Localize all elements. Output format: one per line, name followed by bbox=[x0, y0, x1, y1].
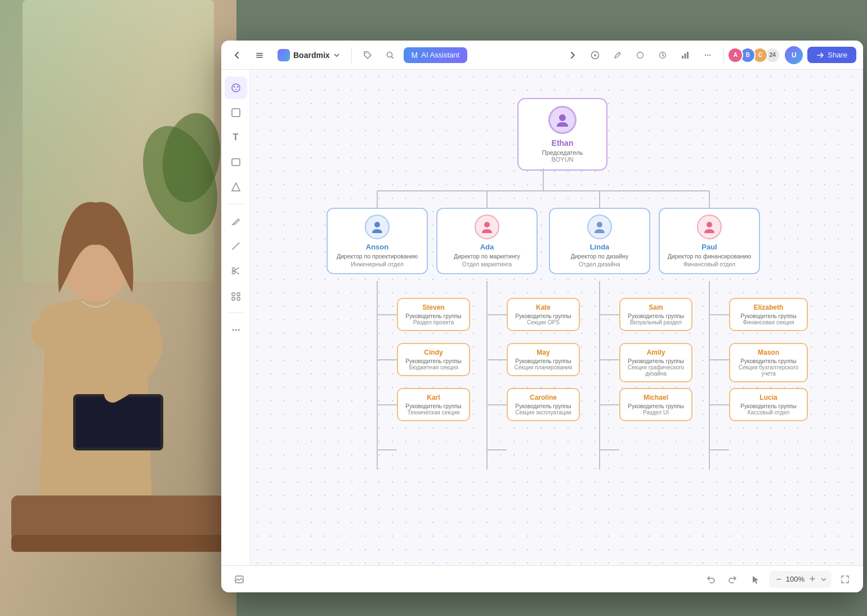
ai-assistant-button[interactable]: M AI Assistant bbox=[404, 47, 468, 63]
svg-point-41 bbox=[559, 114, 566, 121]
canvas-area[interactable]: Ethan Председатель BOYUN bbox=[251, 70, 863, 565]
zoom-dropdown-icon bbox=[820, 576, 827, 583]
undo-button[interactable] bbox=[701, 570, 719, 588]
mason-node[interactable]: Mason Руководитель группы Секция бухгалт… bbox=[729, 343, 808, 382]
main-content: T bbox=[221, 70, 863, 565]
dropdown-icon bbox=[333, 52, 340, 59]
svg-rect-30 bbox=[232, 109, 240, 117]
org-chart-container: Ethan Председатель BOYUN bbox=[267, 81, 857, 560]
play-button[interactable] bbox=[586, 46, 604, 64]
root-node[interactable]: Ethan Председатель BOYUN bbox=[517, 98, 607, 171]
bottom-left-controls bbox=[230, 570, 248, 588]
svg-point-40 bbox=[238, 329, 239, 331]
back-button[interactable] bbox=[228, 46, 246, 64]
svg-point-39 bbox=[235, 329, 236, 331]
anson-node[interactable]: Anson Директор по проектированию Инженер… bbox=[327, 208, 428, 274]
my-avatar[interactable]: U bbox=[785, 46, 803, 64]
logo-icon bbox=[278, 49, 290, 61]
sidebar-item-sticky[interactable] bbox=[225, 151, 247, 173]
redo-button[interactable] bbox=[724, 570, 742, 588]
forward-button[interactable] bbox=[564, 46, 582, 64]
cursor-tool-button[interactable] bbox=[747, 570, 765, 588]
caroline-node[interactable]: Caroline Руководитель группы Секция эксп… bbox=[507, 388, 580, 421]
svg-point-74 bbox=[597, 222, 602, 227]
sidebar-item-shape[interactable] bbox=[225, 176, 247, 198]
svg-point-29 bbox=[235, 89, 236, 91]
more-options-button[interactable] bbox=[699, 46, 717, 64]
brand-logo[interactable]: Boardmix bbox=[273, 47, 345, 64]
image-export-button[interactable] bbox=[230, 570, 248, 588]
person-illustration bbox=[0, 0, 236, 616]
ada-node[interactable]: Ada Директор по маркетингу Отдел маркети… bbox=[436, 208, 538, 274]
steven-node[interactable]: Steven Руководитель группы Раздел проект… bbox=[397, 298, 470, 331]
svg-point-28 bbox=[236, 86, 238, 88]
svg-point-27 bbox=[233, 86, 235, 88]
svg-point-6 bbox=[31, 313, 82, 352]
paul-node[interactable]: Paul Директор по финансированию Финансов… bbox=[659, 208, 760, 274]
karl-node[interactable]: Karl Руководитель группы Техническая сек… bbox=[397, 388, 470, 421]
toolbar-right: A B C 24 U Share bbox=[564, 46, 856, 64]
zoom-out-button[interactable]: − bbox=[774, 573, 783, 586]
svg-rect-31 bbox=[232, 159, 240, 166]
sidebar-item-connector[interactable] bbox=[225, 235, 247, 257]
lucia-node[interactable]: Lucia Руководитель группы Кассовый отдел bbox=[729, 388, 808, 421]
sidebar-item-text[interactable]: T bbox=[225, 126, 247, 149]
sidebar-item-more[interactable] bbox=[225, 319, 247, 341]
app-window: Boardmix M AI Assistant bbox=[221, 41, 863, 592]
sidebar-item-filter[interactable] bbox=[225, 284, 247, 307]
search-button[interactable] bbox=[381, 46, 399, 64]
svg-point-18 bbox=[637, 52, 643, 58]
svg-point-33 bbox=[232, 271, 235, 274]
sam-node[interactable]: Sam Руководитель группы Визуальный разде… bbox=[619, 298, 692, 331]
chart-button[interactable] bbox=[676, 46, 694, 64]
svg-point-24 bbox=[707, 54, 708, 55]
sidebar-item-palette[interactable] bbox=[225, 77, 247, 99]
michael-node[interactable]: Michael Руководитель группы Раздел UI bbox=[619, 388, 692, 421]
share-button[interactable]: Share bbox=[807, 47, 856, 63]
avatar-1: A bbox=[727, 47, 743, 63]
svg-point-32 bbox=[232, 268, 235, 271]
sidebar: T bbox=[221, 70, 251, 565]
bottom-bar: − 100% bbox=[221, 565, 863, 592]
sidebar-separator-2 bbox=[227, 313, 245, 313]
svg-point-38 bbox=[232, 329, 234, 331]
share-label: Share bbox=[828, 51, 847, 59]
sidebar-item-scissors[interactable] bbox=[225, 260, 247, 282]
comment-button[interactable] bbox=[631, 46, 649, 64]
kate-node[interactable]: Kate Руководитель группы Секция OPS bbox=[507, 298, 580, 331]
sidebar-separator-1 bbox=[227, 204, 245, 204]
toolbar-divider-1 bbox=[351, 47, 352, 63]
paul-name: Paul bbox=[667, 243, 752, 251]
elizabeth-node[interactable]: Elizabeth Руководитель группы Финансовая… bbox=[729, 298, 808, 331]
svg-rect-35 bbox=[237, 293, 240, 296]
svg-point-75 bbox=[707, 222, 712, 227]
svg-rect-12 bbox=[256, 53, 263, 54]
sidebar-item-frame[interactable] bbox=[225, 101, 247, 124]
svg-rect-21 bbox=[685, 53, 686, 59]
svg-rect-10 bbox=[11, 496, 225, 541]
linda-name: Linda bbox=[557, 243, 642, 251]
svg-rect-11 bbox=[11, 535, 225, 552]
zoom-in-button[interactable] bbox=[807, 574, 818, 585]
may-node[interactable]: May Руководитель группы Секция планирова… bbox=[507, 343, 580, 376]
svg-point-23 bbox=[705, 54, 706, 55]
linda-node[interactable]: Linda Директор по дизайну Отдел дизайна bbox=[549, 208, 650, 274]
history-button[interactable] bbox=[654, 46, 672, 64]
root-dept: BOYUN bbox=[528, 156, 597, 163]
svg-point-72 bbox=[374, 222, 380, 227]
svg-point-25 bbox=[709, 54, 710, 55]
background-photo bbox=[0, 0, 236, 616]
menu-button[interactable] bbox=[251, 46, 269, 64]
draw-button[interactable] bbox=[609, 46, 627, 64]
svg-point-26 bbox=[232, 84, 240, 92]
cindy-node[interactable]: Cindy Руководитель группы Бюджетная секц… bbox=[397, 343, 470, 376]
tag-button[interactable] bbox=[359, 46, 377, 64]
svg-point-73 bbox=[484, 222, 490, 227]
zoom-controls: − 100% bbox=[769, 571, 832, 588]
svg-rect-20 bbox=[682, 56, 683, 59]
mason-name: Mason bbox=[736, 349, 801, 356]
amily-node[interactable]: Amily Руководитель группы Секция графиче… bbox=[619, 343, 692, 382]
fullscreen-button[interactable] bbox=[836, 570, 854, 588]
sidebar-item-pen[interactable] bbox=[225, 210, 247, 233]
root-title: Председатель bbox=[528, 149, 597, 156]
